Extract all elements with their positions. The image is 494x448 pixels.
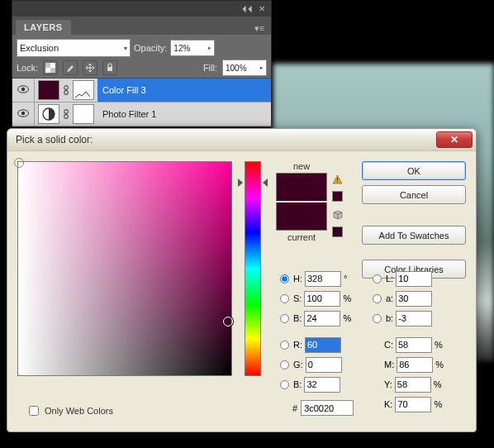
layers-tab[interactable]: LAYERS — [16, 20, 71, 35]
pct-unit: % — [434, 379, 445, 389]
svg-point-8 — [64, 91, 69, 95]
bri-unit: % — [343, 313, 354, 323]
fill-label: Fill: — [203, 63, 217, 73]
layer-thumbnails — [35, 80, 97, 100]
link-icon[interactable] — [61, 108, 71, 120]
layer-thumb[interactable] — [38, 80, 59, 100]
sat-input[interactable] — [304, 291, 340, 307]
panel-dockbar: ✕ — [12, 1, 271, 17]
y-label: Y: — [384, 379, 392, 389]
dialog-titlebar[interactable]: Pick a solid color: ✕ — [7, 129, 476, 151]
only-web-colors-checkbox[interactable]: Only Web Colors — [26, 403, 113, 418]
add-to-swatches-button[interactable]: Add To Swatches — [362, 226, 466, 245]
hex-field-row: # — [292, 400, 354, 416]
svg-point-7 — [64, 86, 69, 90]
a-radio[interactable] — [373, 294, 382, 303]
r-field-row: R: — [280, 336, 355, 354]
b2-radio[interactable] — [280, 380, 289, 389]
gamut-swatch[interactable] — [332, 191, 343, 202]
sat-radio[interactable] — [280, 294, 289, 303]
L-label: L: — [386, 274, 393, 284]
opacity-input[interactable]: 12% ▸ — [170, 40, 215, 56]
lock-position-icon[interactable] — [83, 60, 97, 75]
hue-pointer-icon — [238, 179, 243, 187]
link-icon[interactable] — [61, 84, 71, 96]
panel-menu-icon[interactable]: ▾≡ — [251, 21, 268, 35]
sat-field-row: S: % — [280, 289, 354, 307]
new-color-swatch — [276, 173, 327, 201]
chevron-right-icon: ▸ — [208, 45, 211, 51]
y-input[interactable] — [395, 377, 431, 393]
gamut-warning-icon[interactable] — [332, 174, 343, 186]
visibility-toggle[interactable] — [12, 102, 35, 126]
svg-rect-16 — [337, 178, 338, 181]
websafe-swatch[interactable] — [332, 226, 343, 237]
a-input[interactable] — [396, 291, 432, 307]
b-lab-input[interactable] — [396, 311, 432, 326]
g-radio[interactable] — [280, 360, 289, 369]
b2-input[interactable] — [304, 377, 340, 393]
mask-thumb[interactable] — [73, 80, 94, 100]
c-input[interactable] — [396, 337, 432, 353]
color-field[interactable] — [17, 161, 232, 376]
svg-point-14 — [64, 115, 69, 119]
mask-thumb[interactable] — [73, 104, 94, 124]
lock-transparency-icon[interactable] — [43, 60, 58, 75]
sat-label: S: — [293, 293, 302, 303]
c-label: C: — [384, 340, 393, 350]
L-input[interactable] — [396, 271, 432, 287]
layer-name[interactable]: Photo Filter 1 — [97, 102, 271, 126]
svg-rect-2 — [50, 63, 55, 68]
layer-name[interactable]: Color Fill 3 — [97, 79, 271, 102]
blend-mode-select[interactable]: Exclusion ▾ — [17, 39, 131, 57]
fill-input[interactable]: 100% ▸ — [222, 60, 267, 76]
layer-row[interactable]: Photo Filter 1 — [12, 102, 271, 126]
svg-rect-4 — [107, 67, 112, 71]
eye-icon — [17, 85, 29, 95]
only-web-colors-input[interactable] — [29, 406, 39, 416]
lock-pixels-icon[interactable] — [63, 60, 78, 75]
eye-icon — [17, 109, 29, 119]
L-radio[interactable] — [373, 274, 382, 284]
current-label: current — [273, 232, 330, 242]
close-panel-icon[interactable]: ✕ — [256, 3, 268, 15]
svg-point-6 — [21, 88, 25, 91]
layer-thumb[interactable] — [38, 104, 59, 124]
new-label: new — [273, 161, 330, 171]
only-web-colors-label: Only Web Colors — [45, 406, 113, 416]
b-lab-radio[interactable] — [373, 314, 382, 323]
lock-all-icon[interactable] — [102, 60, 117, 75]
panel-tab-row: LAYERS ▾≡ — [12, 17, 271, 35]
hue-slider[interactable] — [245, 161, 261, 376]
g-input[interactable] — [306, 357, 342, 373]
websafe-warning-icon[interactable] — [333, 210, 343, 222]
b-lab-label: b: — [386, 313, 393, 323]
visibility-toggle[interactable] — [12, 79, 35, 102]
r-radio[interactable] — [280, 341, 289, 350]
pct-unit: % — [435, 340, 446, 350]
m-label: M: — [384, 360, 394, 369]
opacity-label: Opacity: — [134, 43, 167, 53]
r-input[interactable] — [305, 337, 341, 353]
g-field-row: G: — [280, 355, 356, 374]
current-color-swatch[interactable] — [276, 203, 327, 231]
close-button[interactable]: ✕ — [436, 131, 473, 148]
layers-panel: ✕ LAYERS ▾≡ Exclusion ▾ Opacity: 12% ▸ L… — [12, 0, 272, 127]
r-label: R: — [293, 340, 302, 350]
ok-button[interactable]: OK — [362, 161, 466, 180]
hex-input[interactable] — [301, 400, 354, 416]
hue-field-row: H: ° — [280, 269, 355, 288]
layer-row[interactable]: Color Fill 3 — [12, 79, 271, 102]
lock-label: Lock: — [17, 63, 38, 73]
m-input[interactable] — [397, 357, 433, 373]
k-input[interactable] — [395, 397, 431, 412]
cancel-button[interactable]: Cancel — [362, 185, 466, 204]
bri-input[interactable] — [304, 311, 340, 326]
sat-unit: % — [343, 293, 354, 303]
hue-input[interactable] — [305, 271, 341, 287]
hue-radio[interactable] — [280, 274, 289, 284]
pct-unit: % — [434, 399, 445, 409]
collapse-icon[interactable] — [241, 3, 253, 15]
bri-radio[interactable] — [280, 314, 289, 323]
svg-rect-17 — [337, 182, 338, 183]
